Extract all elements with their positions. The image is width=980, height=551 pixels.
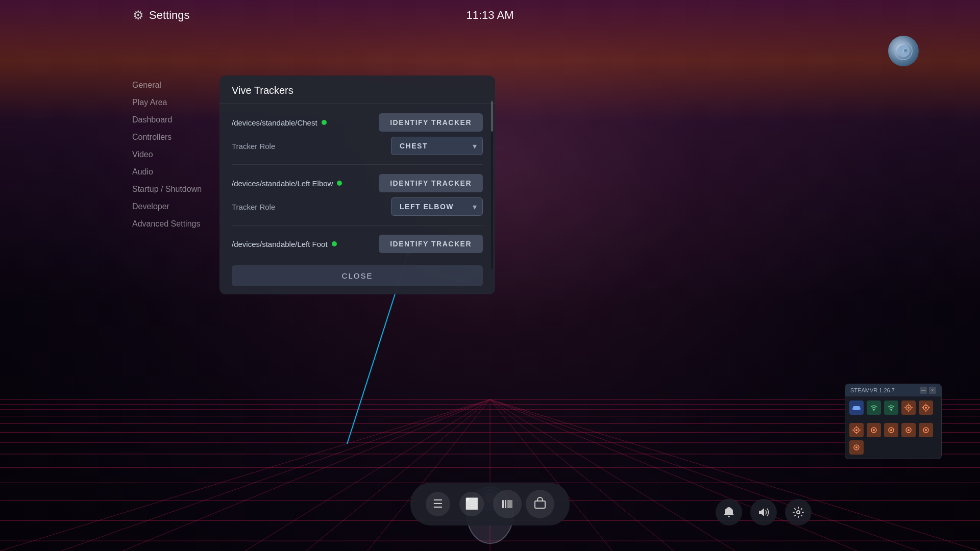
taskbar-library-icon[interactable] bbox=[493, 490, 522, 518]
steam-icon-container[interactable] bbox=[888, 36, 919, 66]
sidebar-item-dashboard[interactable]: Dashboard bbox=[130, 111, 232, 129]
steamvr-device-wifi2 bbox=[884, 400, 898, 415]
tracker-device-name-chest: /devices/standable/Chest bbox=[232, 118, 327, 127]
sidebar-item-audio[interactable]: Audio bbox=[130, 163, 232, 181]
svg-rect-31 bbox=[505, 500, 506, 508]
scrollbar-track[interactable] bbox=[491, 101, 493, 269]
tracker-device-row-left-foot: /devices/standable/Left Foot IDENTIFY TR… bbox=[232, 235, 483, 253]
taskbar: ☰ ⬜ bbox=[410, 483, 570, 525]
tracker-role-row-chest: Tracker Role CHEST LEFT FOOT RIGHT FOOT … bbox=[232, 137, 483, 159]
steamvr-panel: STEAMVR 1.26.7 — × bbox=[845, 384, 942, 459]
taskbar-center bbox=[493, 490, 554, 518]
notification-control-icon[interactable] bbox=[716, 499, 742, 525]
svg-line-20 bbox=[61, 399, 490, 551]
tracker-role-label-left-elbow: Tracker Role bbox=[232, 203, 275, 211]
identify-tracker-btn-left-elbow[interactable]: IDENTIFY TRACKER bbox=[379, 174, 483, 192]
steamvr-device-wifi1 bbox=[867, 400, 881, 415]
steamvr-minimize-btn[interactable]: — bbox=[920, 387, 927, 394]
modal-title: Vive Trackers bbox=[232, 85, 293, 96]
right-controls bbox=[716, 499, 812, 525]
tracker-role-select-wrapper-chest: CHEST LEFT FOOT RIGHT FOOT LEFT ELBOW RI… bbox=[391, 137, 483, 155]
gear-icon: ⚙ bbox=[133, 8, 144, 22]
steam-icon[interactable] bbox=[888, 36, 919, 66]
device-path-left-elbow: /devices/standable/Left Elbow bbox=[232, 179, 333, 188]
tracker-section-chest: /devices/standable/Chest IDENTIFY TRACKE… bbox=[232, 104, 483, 165]
sidebar-item-video[interactable]: Video bbox=[130, 146, 232, 163]
steamvr-device-tracker2 bbox=[919, 400, 933, 415]
identify-tracker-btn-left-foot[interactable]: IDENTIFY TRACKER bbox=[379, 235, 483, 253]
clock: 11:13 AM bbox=[467, 9, 514, 22]
sidebar-item-advanced[interactable]: Advanced Settings bbox=[130, 215, 232, 233]
svg-point-66 bbox=[925, 429, 927, 431]
steamvr-device-tracker1 bbox=[901, 400, 916, 415]
svg-point-42 bbox=[908, 407, 910, 409]
steamvr-device-tracker7 bbox=[919, 423, 933, 437]
modal-header: Vive Trackers bbox=[219, 76, 495, 104]
sidebar-item-startup[interactable]: Startup / Shutdown bbox=[130, 181, 232, 198]
header: ⚙ Settings 11:13 AM bbox=[0, 0, 980, 31]
taskbar-menu-icon[interactable]: ☰ bbox=[426, 492, 450, 516]
svg-point-68 bbox=[855, 446, 857, 448]
device-path-left-foot: /devices/standable/Left Foot bbox=[232, 240, 328, 248]
taskbar-window-icon[interactable]: ⬜ bbox=[459, 492, 484, 516]
steamvr-icons-row-2 bbox=[845, 419, 941, 459]
scrollbar-thumb[interactable] bbox=[491, 101, 493, 132]
svg-line-19 bbox=[490, 399, 857, 551]
tracker-device-name-left-foot: /devices/standable/Left Foot bbox=[232, 240, 337, 248]
vive-trackers-modal: Vive Trackers /devices/standable/Chest I… bbox=[219, 76, 495, 294]
svg-rect-38 bbox=[860, 408, 861, 410]
svg-point-60 bbox=[873, 429, 875, 431]
svg-point-48 bbox=[925, 407, 927, 409]
modal-close-row: CLOSE bbox=[219, 260, 495, 294]
tracker-role-select-left-elbow[interactable]: CHEST LEFT FOOT RIGHT FOOT LEFT ELBOW RI… bbox=[391, 197, 483, 216]
settings-title-area: ⚙ Settings bbox=[133, 8, 190, 22]
svg-point-35 bbox=[797, 511, 800, 514]
svg-point-64 bbox=[908, 429, 910, 431]
sidebar-item-playarea[interactable]: Play Area bbox=[130, 94, 232, 111]
volume-control-icon[interactable] bbox=[750, 499, 777, 525]
steamvr-close-btn[interactable]: × bbox=[929, 387, 936, 394]
steamvr-device-tracker4 bbox=[867, 423, 881, 437]
svg-rect-33 bbox=[535, 501, 545, 508]
sidebar-item-developer[interactable]: Developer bbox=[130, 198, 232, 215]
svg-rect-30 bbox=[502, 500, 504, 508]
taskbar-store-icon[interactable] bbox=[526, 490, 554, 518]
tracker-device-row-chest: /devices/standable/Chest IDENTIFY TRACKE… bbox=[232, 113, 483, 132]
steamvr-device-headset bbox=[849, 400, 864, 415]
settings-control-icon[interactable] bbox=[785, 499, 812, 525]
svg-rect-32 bbox=[507, 500, 512, 508]
device-path-chest: /devices/standable/Chest bbox=[232, 118, 317, 127]
sidebar: General Play Area Dashboard Controllers … bbox=[130, 77, 232, 233]
tracker-device-row-left-elbow: /devices/standable/Left Elbow IDENTIFY T… bbox=[232, 174, 483, 192]
identify-tracker-btn-chest[interactable]: IDENTIFY TRACKER bbox=[379, 113, 483, 132]
svg-point-39 bbox=[873, 410, 874, 411]
steamvr-icons-row bbox=[845, 396, 941, 419]
sidebar-item-controllers[interactable]: Controllers bbox=[130, 129, 232, 146]
svg-point-40 bbox=[891, 410, 892, 411]
tracker-role-select-wrapper-left-elbow: CHEST LEFT FOOT RIGHT FOOT LEFT ELBOW RI… bbox=[391, 197, 483, 216]
steamvr-device-tracker5 bbox=[884, 423, 898, 437]
window-icon-symbol: ⬜ bbox=[465, 497, 479, 511]
svg-point-62 bbox=[890, 429, 892, 431]
sidebar-item-general[interactable]: General bbox=[130, 77, 232, 94]
close-button[interactable]: CLOSE bbox=[232, 265, 483, 286]
steamvr-device-tracker8 bbox=[849, 440, 864, 455]
taskbar-main: ☰ ⬜ bbox=[410, 483, 570, 525]
steamvr-device-tracker3 bbox=[849, 423, 864, 437]
tracker-connected-dot-left-foot bbox=[332, 241, 337, 246]
tracker-role-row-left-elbow: Tracker Role CHEST LEFT FOOT RIGHT FOOT … bbox=[232, 197, 483, 220]
svg-point-27 bbox=[904, 49, 907, 52]
tracker-section-left-foot: /devices/standable/Left Foot IDENTIFY TR… bbox=[232, 226, 483, 260]
tracker-connected-dot-chest bbox=[322, 120, 327, 125]
steamvr-header: STEAMVR 1.26.7 — × bbox=[845, 384, 941, 396]
tracker-section-left-elbow: /devices/standable/Left Elbow IDENTIFY T… bbox=[232, 165, 483, 226]
tracker-connected-dot-left-elbow bbox=[337, 181, 342, 186]
svg-line-18 bbox=[122, 399, 490, 551]
modal-body: /devices/standable/Chest IDENTIFY TRACKE… bbox=[219, 104, 495, 260]
steamvr-title: STEAMVR 1.26.7 bbox=[850, 387, 895, 393]
tracker-role-select-chest[interactable]: CHEST LEFT FOOT RIGHT FOOT LEFT ELBOW RI… bbox=[391, 137, 483, 155]
steamvr-device-tracker6 bbox=[901, 423, 916, 437]
svg-rect-36 bbox=[853, 406, 860, 410]
steamvr-controls: — × bbox=[920, 387, 936, 394]
svg-line-16 bbox=[0, 399, 490, 551]
